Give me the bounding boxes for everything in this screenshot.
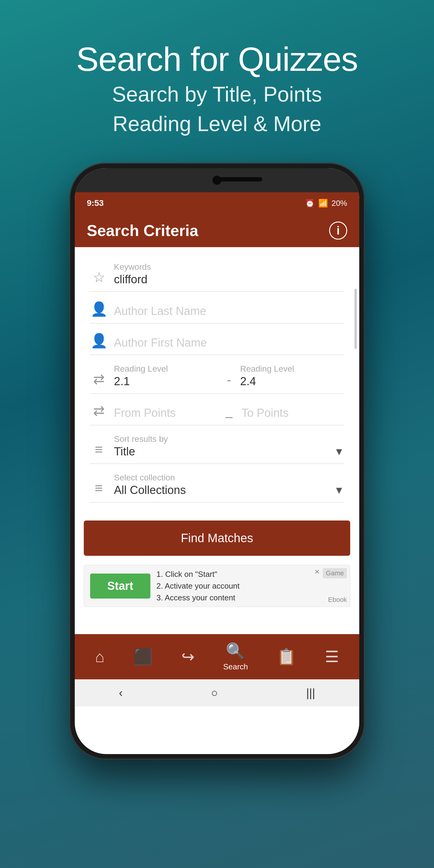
author-first-name-label: Author First Name [114, 336, 344, 349]
sort-chevron-down-icon: ▼ [334, 446, 344, 458]
author-last-name-field[interactable]: Author Last Name [114, 305, 344, 318]
android-recent-button[interactable]: ||| [306, 687, 315, 700]
nav-list[interactable]: ☰ [325, 648, 339, 666]
collection-dropdown-row: All Collections ▼ [114, 484, 344, 497]
signal-icon: 📶 [318, 198, 328, 208]
ad-game-badge: Game [323, 568, 347, 578]
reading-level-separator: - [227, 373, 231, 388]
from-points-field[interactable]: From Points [114, 407, 217, 420]
search-form: ☆ Keywords clifford 👤 Author Last Name [75, 247, 359, 508]
sort-dropdown-row: Title ▼ [114, 445, 344, 458]
author-first-name-row: 👤 Author First Name [90, 323, 344, 355]
headline-subtitle-line1: Search by Title, Points [76, 80, 358, 109]
headline-section: Search for Quizzes Search by Title, Poin… [76, 0, 358, 138]
android-home-button[interactable]: ○ [211, 687, 218, 700]
reading-level-fields: Reading Level 2.1 - Reading Level 2.4 [114, 364, 344, 388]
collection-dropdown[interactable]: Select collection All Collections ▼ [114, 473, 344, 497]
points-icon: ⇄ [90, 403, 108, 419]
phone-inner: 9:53 ⏰ 📶 20% Search Criteria i [75, 168, 359, 754]
to-points-label: To Points [241, 407, 344, 420]
bottom-nav: ⌂ ⬛ ↪ 🔍 Search 📋 ☰ [75, 634, 359, 679]
scrollbar [354, 289, 357, 349]
reading-level-from-label: Reading Level [114, 364, 218, 374]
ad-start-button[interactable]: Start [90, 574, 150, 598]
points-fields: From Points _ To Points [114, 405, 344, 420]
list-icon: ☰ [325, 648, 339, 666]
nav-home[interactable]: ⌂ [95, 648, 104, 666]
ad-text: 1. Click on "Start" 2. Activate your acc… [156, 568, 240, 604]
book-icon: 📋 [277, 648, 296, 666]
find-matches-button[interactable]: Find Matches [84, 521, 350, 556]
sort-value: Title [114, 445, 135, 458]
android-nav: ‹ ○ ||| [75, 679, 359, 707]
status-time: 9:53 [87, 198, 104, 208]
spacer [75, 610, 359, 634]
ad-step2: 2. Activate your account [156, 580, 240, 592]
status-icons: ⏰ 📶 20% [305, 198, 347, 208]
ad-step3: 3. Access your content [156, 592, 240, 604]
sort-row: ≡ Sort results by Title ▼ [90, 425, 344, 464]
speaker-bar [214, 177, 262, 181]
alarm-icon: ⏰ [305, 198, 315, 208]
author-first-name-field[interactable]: Author First Name [114, 336, 344, 349]
android-back-button[interactable]: ‹ [119, 687, 123, 700]
collection-chevron-down-icon: ▼ [334, 484, 344, 496]
reading-level-row: ⇄ Reading Level 2.1 - Reading Level 2.4 [90, 355, 344, 394]
ad-banner: Start 1. Click on "Start" 2. Activate yo… [84, 565, 350, 607]
star-icon: ☆ [90, 269, 108, 285]
author-last-name-row: 👤 Author Last Name [90, 292, 344, 323]
headline-title: Search for Quizzes [76, 39, 358, 80]
sort-icon: ≡ [90, 441, 108, 458]
ad-close-icon[interactable]: ✕ [314, 568, 320, 578]
reading-level-from-value: 2.1 [114, 375, 218, 388]
nav-book[interactable]: 📋 [277, 648, 296, 666]
status-bar: 9:53 ⏰ 📶 20% [75, 192, 359, 214]
home-icon: ⌂ [95, 648, 104, 666]
nav-search[interactable]: 🔍 Search [223, 642, 248, 672]
phone-outer: 9:53 ⏰ 📶 20% Search Criteria i [69, 163, 365, 760]
reading-level-to-value: 2.4 [240, 375, 344, 388]
app-header: Search Criteria i [75, 214, 359, 247]
reading-level-to-label: Reading Level [240, 364, 344, 374]
sort-label: Sort results by [114, 434, 344, 444]
screen-content: ☆ Keywords clifford 👤 Author Last Name [75, 247, 359, 634]
keywords-field[interactable]: Keywords clifford [114, 262, 344, 286]
keywords-value: clifford [114, 273, 344, 286]
ad-step1: 1. Click on "Start" [156, 568, 240, 580]
keywords-row: ☆ Keywords clifford [90, 253, 344, 292]
phone-mockup: 9:53 ⏰ 📶 20% Search Criteria i [69, 163, 365, 760]
search-label: Search [223, 662, 248, 672]
reading-level-to-field[interactable]: Reading Level 2.4 [240, 364, 344, 388]
battery-label: 20% [332, 198, 347, 208]
headline-subtitle-line2: Reading Level & More [76, 109, 358, 138]
arrow-icon: ⬛ [133, 648, 153, 666]
phone-camera-area [75, 168, 359, 192]
nav-arrow[interactable]: ⬛ [133, 648, 153, 666]
from-points-label: From Points [114, 407, 217, 420]
ad-badges: ✕ Game [314, 568, 347, 578]
person-icon: 👤 [90, 301, 108, 317]
author-last-name-label: Author Last Name [114, 305, 344, 318]
collection-value: All Collections [114, 484, 186, 497]
page-title: Search Criteria [87, 221, 198, 240]
reading-level-icon: ⇄ [90, 371, 108, 387]
nav-enter[interactable]: ↪ [181, 648, 195, 666]
sort-dropdown[interactable]: Sort results by Title ▼ [114, 434, 344, 458]
to-points-field[interactable]: To Points [241, 407, 344, 420]
info-button[interactable]: i [329, 221, 347, 240]
points-separator: _ [226, 405, 232, 420]
person2-icon: 👤 [90, 333, 108, 349]
reading-level-from-field[interactable]: Reading Level 2.1 [114, 364, 218, 388]
keywords-label: Keywords [114, 262, 344, 272]
search-icon: 🔍 [226, 642, 245, 660]
points-row: ⇄ From Points _ To Points [90, 394, 344, 425]
collection-label: Select collection [114, 473, 344, 483]
enter-icon: ↪ [181, 648, 195, 666]
ad-ebook-badge: Ebook [328, 596, 347, 604]
collection-row: ≡ Select collection All Collections ▼ [90, 464, 344, 502]
collection-icon: ≡ [90, 480, 108, 496]
